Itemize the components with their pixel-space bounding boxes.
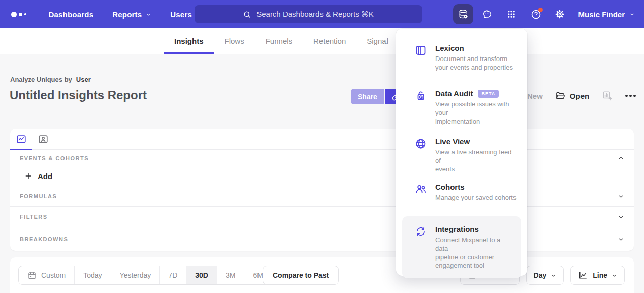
- nav-item-label: Dashboards: [49, 10, 94, 19]
- menu-item-cohorts[interactable]: Cohorts Manage your saved cohorts: [396, 183, 527, 202]
- project-name: Music Finder: [578, 10, 625, 19]
- project-selector[interactable]: Music Finder: [578, 10, 637, 19]
- chat-bubble-icon: [482, 9, 493, 20]
- gear-icon: [554, 9, 565, 20]
- range-label: 7D: [168, 271, 177, 279]
- data-management-dropdown: Lexicon Document and transform your even…: [396, 29, 527, 276]
- more-options-button[interactable]: [625, 93, 636, 99]
- calendar-icon: [27, 271, 37, 280]
- menu-item-text: Lexicon Document and transform your even…: [435, 44, 513, 72]
- add-event-button[interactable]: Add: [10, 166, 634, 186]
- menu-item-desc: View a live streaming feed of events: [435, 148, 518, 173]
- open-label: Open: [570, 92, 589, 100]
- feedback-button[interactable]: [477, 4, 497, 24]
- menu-item-text: Cohorts Manage your saved cohorts: [435, 183, 516, 202]
- tab-label: Insights: [174, 37, 204, 45]
- settings-button[interactable]: [550, 4, 570, 24]
- search-icon: [243, 10, 251, 19]
- range-3m[interactable]: 3M: [217, 266, 244, 284]
- chevron-down-icon[interactable]: [618, 214, 624, 220]
- add-label: Add: [38, 172, 52, 181]
- breakdowns-label: BREAKDOWNS: [20, 236, 68, 242]
- tab-funnels[interactable]: Funnels: [255, 28, 303, 54]
- chevron-down-icon[interactable]: [618, 193, 624, 200]
- tab-flows[interactable]: Flows: [214, 28, 255, 54]
- plus-icon: [24, 172, 32, 180]
- range-label: 30D: [195, 271, 208, 279]
- breakdowns-section[interactable]: BREAKDOWNS: [10, 227, 634, 251]
- integrations-sync-icon: [415, 225, 427, 270]
- new-report-button[interactable]: New: [527, 92, 543, 100]
- range-yesterday[interactable]: Yesterday: [111, 266, 160, 284]
- interval-dropdown[interactable]: Day: [526, 266, 564, 285]
- time-controls-panel: Custom Today Yesterday 7D 30D 3M 6M 12M …: [10, 257, 634, 293]
- compare-to-past-button[interactable]: Compare to Past: [263, 266, 339, 285]
- tab-user-profiles[interactable]: [32, 129, 54, 149]
- range-today[interactable]: Today: [75, 266, 111, 284]
- formulas-section[interactable]: FORMULAS: [10, 186, 634, 206]
- menu-item-data-audit[interactable]: Data Audit BETA View possible issues wit…: [396, 89, 527, 126]
- menu-item-desc: Document and transform your events and p…: [435, 54, 513, 72]
- report-header-actions: New Open: [527, 90, 636, 101]
- nav-right: Music Finder: [453, 0, 637, 28]
- nav-links: Dashboards Reports Users: [39, 0, 202, 28]
- nav-item-dashboards[interactable]: Dashboards: [39, 0, 103, 28]
- user-profile-icon: [38, 134, 49, 145]
- range-custom[interactable]: Custom: [19, 266, 75, 284]
- interval-value: Day: [534, 271, 547, 279]
- filters-label: FILTERS: [20, 214, 48, 220]
- page-title[interactable]: Untitled Insights Report: [10, 88, 147, 102]
- search-input[interactable]: Search Dashboards & Reports ⌘K: [195, 5, 422, 23]
- share-button[interactable]: Share: [351, 89, 384, 104]
- folder-icon: [555, 91, 565, 101]
- range-label: 6M: [253, 271, 263, 279]
- tab-insights[interactable]: Insights: [164, 28, 214, 54]
- nav-item-label: Users: [170, 10, 192, 19]
- menu-item-title: Live View: [435, 137, 470, 146]
- menu-item-desc: View possible issues with your implement…: [435, 100, 518, 126]
- nav-item-label: Reports: [112, 10, 142, 19]
- help-button[interactable]: [526, 4, 546, 24]
- menu-item-live-view[interactable]: Live View View a live streaming feed of …: [396, 137, 527, 173]
- range-label: Custom: [41, 271, 66, 279]
- chevron-down-icon: [146, 12, 151, 17]
- menu-item-lexicon[interactable]: Lexicon Document and transform your even…: [396, 44, 527, 72]
- nav-item-reports[interactable]: Reports: [103, 0, 161, 28]
- tab-label: Flows: [225, 37, 244, 45]
- menu-item-title: Cohorts: [435, 183, 465, 191]
- date-range-segmented-control: Custom Today Yesterday 7D 30D 3M 6M 12M: [18, 266, 303, 285]
- query-builder-panel: EVENTS & COHORTS Add FORMULAS FILTERS BR…: [10, 129, 634, 251]
- tab-label: Retention: [313, 37, 346, 45]
- tab-retention[interactable]: Retention: [303, 28, 356, 54]
- apps-grid-button[interactable]: [501, 4, 522, 24]
- tab-label: Signal: [367, 37, 388, 45]
- range-30d[interactable]: 30D: [186, 266, 217, 284]
- live-view-globe-icon: [415, 137, 427, 173]
- tab-events-chart[interactable]: [10, 129, 32, 149]
- chevron-up-icon[interactable]: [618, 155, 624, 161]
- data-audit-lock-icon: [415, 89, 427, 126]
- menu-item-text: Live View View a live streaming feed of …: [435, 137, 518, 173]
- top-nav: Dashboards Reports Users Search Dashboar…: [0, 0, 644, 28]
- open-report-button[interactable]: Open: [555, 91, 589, 101]
- tab-label: Funnels: [266, 37, 292, 45]
- menu-item-text: Data Audit BETA View possible issues wit…: [435, 89, 518, 126]
- menu-item-desc: Manage your saved cohorts: [435, 193, 516, 202]
- chart-type-dropdown[interactable]: Line: [570, 266, 625, 285]
- search-placeholder: Search Dashboards & Reports ⌘K: [256, 10, 374, 19]
- line-chart-type-icon: [578, 270, 588, 280]
- cohorts-people-icon: [415, 183, 427, 202]
- events-cohorts-section: EVENTS & COHORTS: [10, 150, 634, 166]
- range-7d[interactable]: 7D: [160, 266, 186, 284]
- mixpanel-logo[interactable]: [11, 12, 26, 17]
- chevron-down-icon: [629, 12, 635, 17]
- data-management-button[interactable]: [453, 4, 473, 24]
- filters-section[interactable]: FILTERS: [10, 206, 634, 227]
- notification-dot: [538, 8, 543, 12]
- add-to-dashboard-icon[interactable]: [602, 90, 613, 101]
- menu-item-integrations[interactable]: Integrations Connect Mixpanel to a data …: [402, 216, 521, 278]
- context-entity[interactable]: User: [76, 76, 91, 83]
- tab-signal[interactable]: Signal: [356, 28, 399, 54]
- chevron-down-icon[interactable]: [618, 236, 624, 243]
- report-context: Analyze Uniques by User: [10, 76, 91, 83]
